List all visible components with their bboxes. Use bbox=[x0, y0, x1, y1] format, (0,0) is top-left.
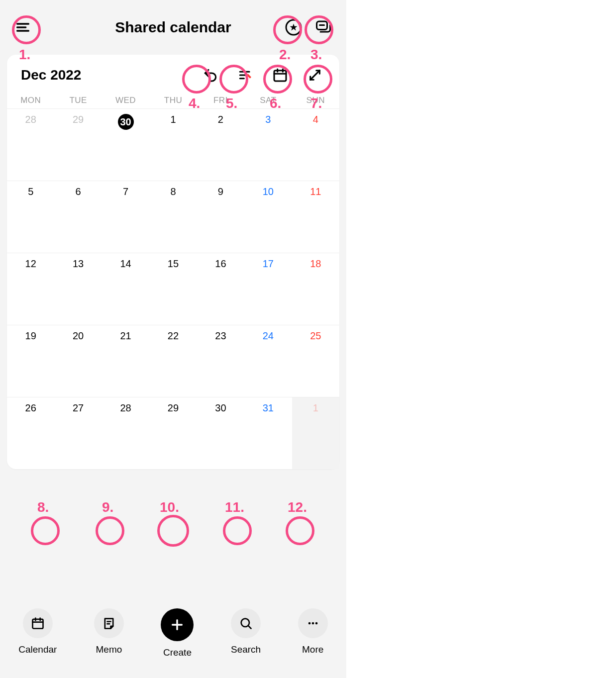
day-cell[interactable]: 31 bbox=[244, 397, 292, 469]
day-cell[interactable]: 12 bbox=[7, 253, 54, 325]
day-cell[interactable]: 6 bbox=[54, 181, 102, 253]
nav-search[interactable]: Search bbox=[231, 608, 261, 655]
annotation-label: 9. bbox=[102, 499, 113, 515]
nav-calendar-icon-wrap bbox=[23, 608, 53, 638]
day-cell[interactable]: 3 bbox=[244, 108, 292, 181]
day-cell[interactable]: 25 bbox=[292, 325, 339, 397]
day-cell[interactable]: 28 bbox=[102, 397, 149, 469]
undo-button[interactable] bbox=[200, 65, 221, 86]
svg-line-24 bbox=[248, 626, 251, 629]
day-cell[interactable]: 15 bbox=[149, 253, 197, 325]
day-cell[interactable]: 23 bbox=[197, 325, 244, 397]
day-cell[interactable]: 8 bbox=[149, 181, 197, 253]
nav-calendar[interactable]: Calendar bbox=[18, 608, 57, 655]
svg-line-14 bbox=[310, 71, 320, 80]
day-number: 18 bbox=[310, 258, 321, 269]
search-icon bbox=[239, 616, 253, 630]
svg-rect-10 bbox=[274, 71, 286, 81]
day-cell[interactable]: 1 bbox=[292, 397, 339, 469]
dow-wed: WED bbox=[102, 96, 149, 108]
day-number: 28 bbox=[120, 402, 131, 413]
day-number: 1 bbox=[170, 114, 176, 125]
dow-mon: MON bbox=[7, 96, 54, 108]
nav-memo-icon-wrap bbox=[94, 608, 124, 638]
day-number: 20 bbox=[73, 330, 84, 341]
app-root: Shared calendar 1. 2. 3. Dec 2022 bbox=[0, 0, 346, 678]
day-cell[interactable]: 28 bbox=[7, 108, 54, 181]
day-cell[interactable]: 21 bbox=[102, 325, 149, 397]
day-number: 21 bbox=[120, 330, 131, 341]
today-button[interactable] bbox=[270, 65, 291, 86]
day-cell[interactable]: 16 bbox=[197, 253, 244, 325]
annotation-label: 10. bbox=[160, 499, 179, 515]
day-number: 17 bbox=[263, 258, 274, 269]
day-number: 25 bbox=[310, 330, 321, 341]
day-cell[interactable]: 2 bbox=[197, 108, 244, 181]
day-cell[interactable]: 30 bbox=[102, 108, 149, 181]
messages-button[interactable] bbox=[310, 14, 336, 40]
day-cell[interactable]: 19 bbox=[7, 325, 54, 397]
day-number: 14 bbox=[120, 258, 131, 269]
expand-button[interactable] bbox=[305, 65, 325, 86]
dow-tue: TUE bbox=[54, 96, 102, 108]
nav-create[interactable]: Create bbox=[161, 608, 194, 658]
day-cell[interactable]: 7 bbox=[102, 181, 149, 253]
day-cell[interactable]: 4 bbox=[292, 108, 339, 181]
nav-memo[interactable]: Memo bbox=[94, 608, 124, 655]
annotation-label: 11. bbox=[225, 499, 244, 515]
day-cell[interactable]: 11 bbox=[292, 181, 339, 253]
menu-button[interactable] bbox=[10, 14, 36, 40]
day-number: 31 bbox=[263, 402, 274, 413]
day-number: 7 bbox=[123, 186, 128, 197]
month-label[interactable]: Dec 2022 bbox=[21, 67, 81, 83]
annotation-label: 6. bbox=[270, 96, 281, 111]
annotation-label: 8. bbox=[37, 499, 49, 515]
day-cell[interactable]: 30 bbox=[197, 397, 244, 469]
annotation-label: 7. bbox=[310, 96, 322, 111]
svg-rect-15 bbox=[32, 619, 43, 629]
nav-memo-label: Memo bbox=[96, 644, 122, 655]
pin-filter-button[interactable] bbox=[235, 65, 256, 86]
day-number: 13 bbox=[73, 258, 84, 269]
nav-search-label: Search bbox=[231, 644, 261, 655]
nav-more-icon-wrap bbox=[298, 608, 328, 638]
day-cell[interactable]: 26 bbox=[7, 397, 54, 469]
day-cell[interactable]: 20 bbox=[54, 325, 102, 397]
annotation-label: 3. bbox=[310, 47, 322, 63]
favorites-button[interactable] bbox=[281, 14, 307, 40]
dow-sat: SAT bbox=[244, 96, 292, 108]
day-cell[interactable]: 18 bbox=[292, 253, 339, 325]
annotation-label: 4. bbox=[189, 96, 200, 111]
header-left bbox=[10, 14, 36, 40]
chat-layers-icon bbox=[314, 18, 332, 36]
day-number: 27 bbox=[73, 402, 84, 413]
dow-row: MON TUE WED THU FRI SAT SUN bbox=[7, 96, 339, 108]
day-cell[interactable]: 22 bbox=[149, 325, 197, 397]
svg-point-26 bbox=[311, 622, 314, 625]
day-cell[interactable]: 14 bbox=[102, 253, 149, 325]
day-number: 29 bbox=[168, 402, 179, 413]
day-number: 6 bbox=[76, 186, 81, 197]
day-number: 29 bbox=[73, 114, 84, 125]
day-number: 12 bbox=[25, 258, 36, 269]
svg-point-25 bbox=[308, 622, 310, 625]
expand-icon bbox=[307, 67, 323, 83]
day-number: 4 bbox=[313, 114, 318, 125]
day-cell[interactable]: 13 bbox=[54, 253, 102, 325]
nav-more-label: More bbox=[302, 644, 323, 655]
day-cell[interactable]: 10 bbox=[244, 181, 292, 253]
day-cell[interactable]: 9 bbox=[197, 181, 244, 253]
day-cell[interactable]: 5 bbox=[7, 181, 54, 253]
card-actions bbox=[200, 65, 325, 86]
nav-more[interactable]: More bbox=[298, 608, 328, 655]
day-cell[interactable]: 24 bbox=[244, 325, 292, 397]
day-cell[interactable]: 27 bbox=[54, 397, 102, 469]
day-cell[interactable]: 29 bbox=[149, 397, 197, 469]
list-pin-icon bbox=[237, 67, 253, 83]
day-cell[interactable]: 17 bbox=[244, 253, 292, 325]
day-number: 16 bbox=[215, 258, 226, 269]
more-icon bbox=[306, 616, 320, 630]
day-cell[interactable]: 1 bbox=[149, 108, 197, 181]
nav-calendar-label: Calendar bbox=[18, 644, 57, 655]
day-cell[interactable]: 29 bbox=[54, 108, 102, 181]
